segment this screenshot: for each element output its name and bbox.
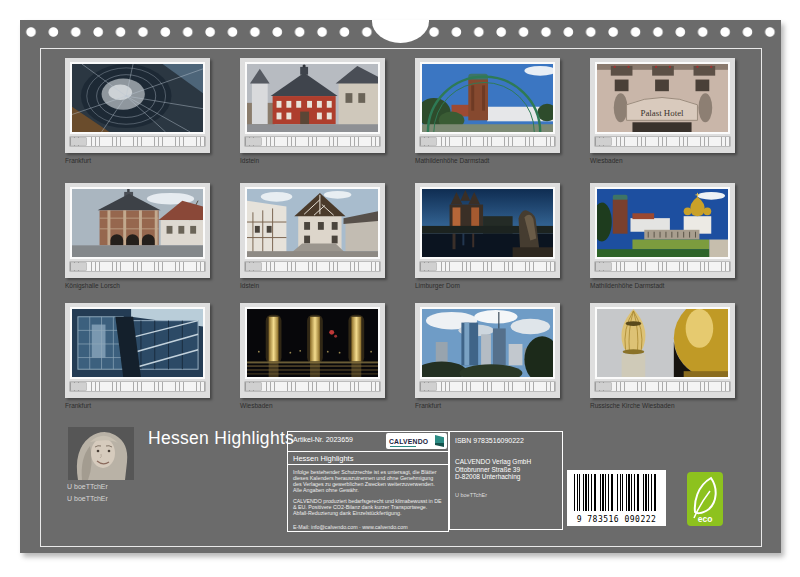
thumbnail-photo-golden-domes-wiesbaden: [595, 307, 730, 379]
publisher-box: ISBN 9783516090222 CALVENDO Verlag GmbH …: [449, 431, 563, 530]
series-title-row: Hessen Highlights: [288, 452, 448, 465]
mini-calendar-page: [240, 58, 385, 153]
thumbnail-caption: Mathildenhöhe Darmstadt: [590, 282, 735, 289]
thumbnail-photo-idstein-red-building: [245, 62, 380, 134]
thumbnail-caption: Idstein: [240, 157, 385, 164]
calendar-page-thumbnail-12: Russische Kirche Wiesbaden: [590, 303, 735, 409]
article-number: Artikel-Nr. 2023659: [293, 436, 353, 443]
mini-month-box: [421, 138, 436, 145]
mini-calendar-page: [590, 183, 735, 278]
mini-calendar-page: [590, 303, 735, 398]
thumbnail-photo-idstein-street: [245, 187, 380, 259]
mini-day-strip: [420, 382, 555, 391]
author-signature-line1: U boeTTchEr: [67, 481, 108, 493]
calendar-page-thumbnail-6: Idstein: [240, 183, 385, 289]
thumbnail-caption: Limburger Dom: [415, 282, 560, 289]
mini-day-strip: [70, 382, 205, 391]
thumbnail-caption: Russische Kirche Wiesbaden: [590, 402, 735, 409]
thumbnail-photo-russian-chapel-darmstadt: [595, 187, 730, 259]
thumbnail-photo-frankfurt-glass-facade: [70, 307, 205, 379]
thumbnail-caption: Wiesbaden: [240, 402, 385, 409]
calvendo-logo-text: CALVENDO: [389, 438, 428, 445]
mini-month-box: [246, 263, 261, 270]
eco-badge: eco: [687, 472, 723, 526]
publisher-city: D-82008 Unterhaching: [455, 473, 557, 481]
thumbnail-caption: Königshalle Lorsch: [65, 282, 210, 289]
mini-month-box: [71, 138, 86, 145]
thumbnail-caption: Frankfurt: [65, 157, 210, 164]
thumbnail-photo-lorsch-gatehouse: [70, 187, 205, 259]
mini-month-box: [596, 383, 611, 390]
product-info-box: Artikel-Nr. 2023659 CALVENDO Hessen High…: [287, 431, 449, 532]
mini-day-strip: [595, 137, 730, 146]
fine-print-section: Infolge bestehender Schutzrechte ist es …: [288, 465, 448, 530]
mini-day-strip: [245, 262, 380, 271]
mini-calendar-page: Palast Hotel: [590, 58, 735, 153]
publisher-name: CALVENDO Verlag GmbH: [455, 458, 557, 466]
legal-notice-text: Infolge bestehender Schutzrechte ist es …: [293, 469, 443, 493]
calendar-page-thumbnail-8: Mathildenhöhe Darmstadt: [590, 183, 735, 289]
eco-leaf-icon: [695, 478, 716, 513]
mini-month-box: [596, 263, 611, 270]
article-number-row: Artikel-Nr. 2023659 CALVENDO: [288, 432, 448, 452]
calendar-page-thumbnail-5: Königshalle Lorsch: [65, 183, 210, 289]
calendar-title: Hessen Highlights: [148, 428, 294, 449]
calendar-page-thumbnail-2: Idstein: [240, 58, 385, 164]
mini-calendar-page: [240, 303, 385, 398]
barcode-digits: 9 783516 090222: [567, 515, 666, 524]
mini-calendar-page: [415, 183, 560, 278]
thumbnail-caption: Frankfurt: [65, 402, 210, 409]
ean-barcode: 9 783516 090222: [567, 470, 666, 526]
mini-day-strip: [595, 382, 730, 391]
thumbnail-caption: Wiesbaden: [590, 157, 735, 164]
mini-month-box: [246, 383, 261, 390]
publisher-street: Ottobrunner Straße 39: [455, 466, 557, 474]
contact-line: E-Mail: info@calvendo.com · www.calvendo…: [293, 524, 443, 530]
calendar-page-thumbnail-7: Limburger Dom: [415, 183, 560, 289]
author-credit: U boeTTchEr: [455, 492, 557, 498]
mini-calendar-page: [65, 58, 210, 153]
production-note-text: CALVENDO produziert bedarfsgerecht und k…: [293, 498, 443, 516]
calvendo-logo-tagline: [390, 446, 416, 448]
author-portrait-photo: [68, 427, 134, 480]
thumbnail-photo-frankfurt-skyline: [420, 307, 555, 379]
mini-day-strip: [70, 262, 205, 271]
mini-calendar-page: [65, 183, 210, 278]
mini-calendar-page: [415, 303, 560, 398]
calendar-page-thumbnail-10: Wiesbaden: [240, 303, 385, 409]
mini-day-strip: [420, 262, 555, 271]
mini-calendar-page: [415, 58, 560, 153]
publisher-address: CALVENDO Verlag GmbH Ottobrunner Straße …: [455, 458, 557, 481]
calvendo-logo: CALVENDO: [386, 433, 447, 449]
eco-label: eco: [687, 514, 723, 524]
mini-day-strip: [245, 137, 380, 146]
thumbnail-photo-mathildenhoehe-arch: [420, 62, 555, 134]
thumbnail-photo-palast-hotel: Palast Hotel: [595, 62, 730, 134]
mini-day-strip: [420, 137, 555, 146]
calendar-page-thumbnail-9: Frankfurt: [65, 303, 210, 409]
mini-calendar-page: [240, 183, 385, 278]
mini-day-strip: [245, 382, 380, 391]
isbn-text: ISBN 9783516090222: [455, 437, 557, 444]
calendar-page-thumbnail-1: Frankfurt: [65, 58, 210, 164]
thumbnail-caption: Idstein: [240, 282, 385, 289]
barcode-bars: [574, 474, 659, 511]
mini-day-strip: [70, 137, 205, 146]
mini-month-box: [596, 138, 611, 145]
thumbnail-photo-wiesbaden-night-columns: [245, 307, 380, 379]
calvendo-flag-icon: [435, 435, 444, 447]
thumbnail-photo-limburg-cathedral: [420, 187, 555, 259]
mini-month-box: [421, 263, 436, 270]
thumbnail-caption: Frankfurt: [415, 402, 560, 409]
calendar-page-thumbnail-3: Mathildenhöhe Darmstadt: [415, 58, 560, 164]
mini-day-strip: [595, 262, 730, 271]
calendar-page-thumbnail-4: Palast Hotel Wiesbaden: [590, 58, 735, 164]
thumbnail-caption: Mathildenhöhe Darmstadt: [415, 157, 560, 164]
calendar-sheet: Frankfurt: [20, 20, 781, 553]
mini-month-box: [71, 383, 86, 390]
author-signature-line2: U boeTTchEr: [67, 493, 108, 505]
palast-hotel-sign: Palast Hotel: [640, 109, 684, 119]
thumbnail-photo-frankfurt-myzeil: [70, 62, 205, 134]
mini-month-box: [246, 138, 261, 145]
mini-month-box: [421, 383, 436, 390]
